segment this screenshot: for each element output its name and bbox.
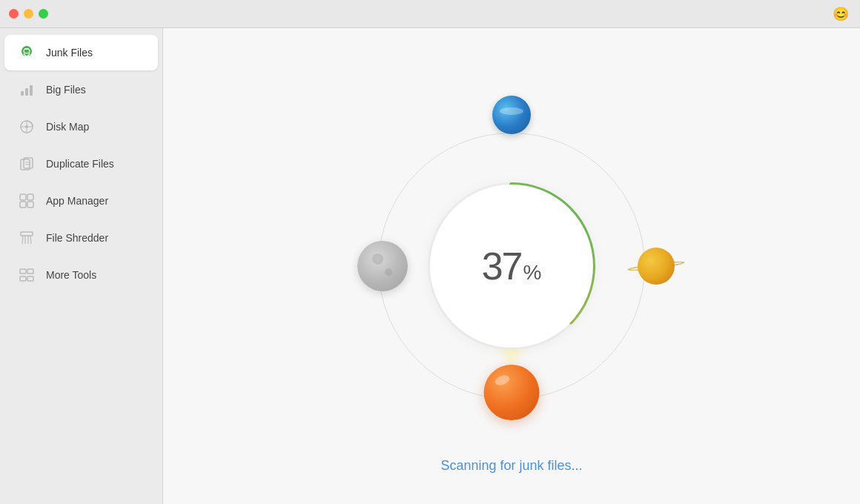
svg-rect-17 xyxy=(27,202,33,208)
svg-line-22 xyxy=(30,236,31,244)
sidebar-item-more-tools[interactable]: More Tools xyxy=(4,257,158,293)
svg-rect-3 xyxy=(21,91,24,96)
svg-rect-15 xyxy=(27,194,33,200)
sidebar-label-junk-files: Junk Files xyxy=(46,47,93,59)
more-tools-icon xyxy=(16,265,37,285)
sidebar-item-junk-files[interactable]: Junk Files xyxy=(4,35,158,70)
sidebar-label-disk-map: Disk Map xyxy=(46,121,89,133)
sidebar-item-disk-map[interactable]: Disk Map xyxy=(4,109,158,145)
svg-rect-26 xyxy=(27,276,33,281)
sidebar-item-duplicate-files[interactable]: Duplicate Files xyxy=(4,146,158,182)
planet-orange xyxy=(484,365,540,420)
svg-line-19 xyxy=(22,236,23,244)
sidebar-item-file-shredder[interactable]: File Shredder xyxy=(4,220,158,256)
sidebar-label-more-tools: More Tools xyxy=(46,269,96,281)
sidebar-item-app-manager[interactable]: App Manager xyxy=(4,183,158,219)
titlebar: 😊 xyxy=(0,0,860,28)
svg-rect-16 xyxy=(20,202,26,208)
big-files-icon xyxy=(16,79,37,100)
planet-earth xyxy=(492,96,531,134)
disk-map-icon xyxy=(16,116,37,137)
planet-saturn xyxy=(626,248,664,285)
svg-rect-25 xyxy=(20,276,26,281)
sidebar-label-file-shredder: File Shredder xyxy=(46,232,108,244)
percentage-display: 37 % xyxy=(482,244,542,288)
junk-files-icon xyxy=(16,42,37,63)
sidebar: Junk Files Big Files xyxy=(0,28,163,504)
content-area: 37 % Scanning for junk files... xyxy=(163,28,860,504)
sidebar-label-big-files: Big Files xyxy=(46,84,86,96)
sidebar-label-duplicate-files: Duplicate Files xyxy=(46,158,114,170)
svg-point-0 xyxy=(22,46,32,56)
minimize-button[interactable] xyxy=(24,9,33,19)
scan-status-text: Scanning for junk files... xyxy=(440,458,582,474)
svg-rect-18 xyxy=(21,232,33,236)
app-icon: 😊 xyxy=(832,5,850,23)
main-container: Junk Files Big Files xyxy=(0,28,860,504)
scan-text-highlight: junk files xyxy=(520,458,572,473)
traffic-lights xyxy=(9,9,48,19)
close-button[interactable] xyxy=(9,9,19,19)
percentage-value: 37 xyxy=(482,244,522,288)
sidebar-label-app-manager: App Manager xyxy=(46,195,108,207)
sidebar-item-big-files[interactable]: Big Files xyxy=(4,72,158,107)
scan-text-suffix: ... xyxy=(572,458,583,473)
planet-moon xyxy=(357,241,408,291)
scanner-container: 37 % Scanning for junk files... xyxy=(326,81,697,451)
file-shredder-icon xyxy=(16,228,37,248)
scan-text-prefix: Scanning for xyxy=(440,458,519,473)
percentage-symbol: % xyxy=(523,261,541,285)
svg-rect-24 xyxy=(27,269,33,273)
svg-rect-4 xyxy=(25,88,28,96)
app-manager-icon xyxy=(16,190,37,211)
svg-rect-5 xyxy=(30,85,33,96)
saturn-body xyxy=(638,248,675,285)
maximize-button[interactable] xyxy=(39,9,48,19)
svg-rect-14 xyxy=(20,194,26,200)
svg-rect-23 xyxy=(20,269,26,273)
planet-saturn-wrapper xyxy=(615,248,675,285)
inner-circle: 37 % xyxy=(430,185,593,348)
duplicate-files-icon xyxy=(16,153,37,174)
